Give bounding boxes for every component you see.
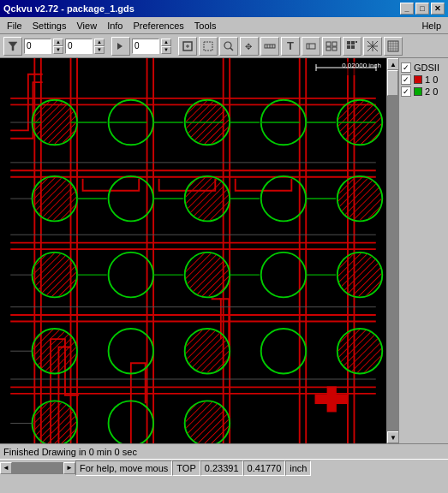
status-layer: TOP [172,460,200,476]
spin-2: ▲ ▼ [94,39,105,54]
svg-point-99 [262,253,306,297]
status-message-text: Finished Drawing in 0 min 0 sec [3,447,137,457]
layer-label-20: 2 0 [425,86,438,97]
status-bar-coords: ◄ ► For help, move mous TOP 0.23391 0.41… [0,459,448,476]
input-field-2[interactable] [65,39,93,54]
toolbar: ▲ ▼ ▲ ▼ ▲ ▼ [0,34,448,58]
menu-view[interactable]: View [71,17,102,33]
menu-file[interactable]: File [2,17,27,33]
svg-rect-17 [326,47,331,50]
zoom-region-button[interactable] [219,37,238,56]
svg-rect-112 [33,177,76,221]
tool7-button[interactable] [302,37,320,56]
input-field-1[interactable] [24,39,51,54]
spin-up-1[interactable]: ▲ [53,39,63,46]
spin-up-3[interactable]: ▲ [161,39,171,46]
scroll-track-horizontal[interactable] [12,462,63,474]
pcb-layout-svg [0,58,386,443]
svg-point-92 [110,177,153,221]
layer-panel: ✓ GDSII ✓ 1 0 ✓ 2 0 [398,58,448,443]
layer-color-20 [414,87,422,96]
spin-up-2[interactable]: ▲ [94,39,105,46]
svg-rect-19 [347,41,350,45]
tool11-button[interactable] [384,37,403,56]
svg-rect-117 [338,253,382,297]
input-field-3[interactable] [132,39,159,54]
layer-item-20: ✓ 2 0 [401,86,446,98]
close-button[interactable]: ✕ [431,3,445,15]
svg-rect-22 [351,45,355,49]
svg-point-104 [262,330,306,373]
layer-item-10: ✓ 1 0 [401,74,446,86]
tool9-button[interactable] [343,37,361,56]
scroll-up-button[interactable]: ▲ [387,58,399,70]
svg-rect-119 [186,330,230,373]
menu-tools[interactable]: Tools [189,17,222,33]
spin-down-2[interactable]: ▼ [94,46,105,54]
layer-checkbox-20[interactable]: ✓ [401,86,411,97]
title-text: Qckvu v2.72 - package_1.gds [3,3,134,14]
text-button[interactable]: T [281,37,300,56]
spin-down-1[interactable]: ▼ [53,46,63,54]
spin-down-3[interactable]: ▼ [161,46,171,54]
status-coord-x: 0.23391 [200,460,243,476]
status-unit: inch [285,460,311,476]
svg-rect-15 [326,42,331,46]
spin-1: ▲ ▼ [53,39,63,54]
input-group-2: ▲ ▼ [65,39,105,54]
svg-rect-120 [338,330,382,373]
pan-button[interactable]: ✥ [240,37,259,56]
scroll-thumb-vertical[interactable] [387,70,398,96]
layer-label-gdsii: GDSII [414,62,439,73]
minimize-button[interactable]: _ [400,3,414,15]
svg-rect-116 [186,253,230,297]
svg-rect-13 [307,44,315,49]
scroll-right-button[interactable]: ► [63,462,75,474]
maximize-button[interactable]: □ [415,3,429,15]
svg-marker-0 [9,42,17,50]
scroll-track-vertical[interactable] [387,70,398,431]
svg-rect-21 [347,45,350,49]
svg-rect-114 [338,177,382,221]
menu-info[interactable]: Info [102,17,128,33]
layer-item-gdsii: ✓ GDSII [401,62,446,74]
zoom-fit-button[interactable] [178,37,197,56]
svg-rect-115 [33,253,76,297]
menu-bar: File Settings View Info Preferences Tool… [0,17,448,34]
svg-rect-5 [204,42,212,50]
right-side: ▲ ▼ ✓ GDSII ✓ 1 0 ✓ 2 0 [386,58,448,443]
layer-checkbox-10[interactable]: ✓ [401,74,411,85]
svg-line-7 [230,48,233,50]
scroll-left-button[interactable]: ◄ [0,462,12,474]
input-group-3: ▲ ▼ [132,39,171,54]
tool8-button[interactable] [322,37,341,56]
svg-point-6 [224,42,231,49]
svg-rect-122 [186,401,230,443]
select-button[interactable] [199,37,218,56]
layer-color-10 [414,75,422,84]
svg-rect-18 [332,47,337,50]
status-bar-message: Finished Drawing in 0 min 0 sec [0,443,448,459]
tool10-button[interactable] [363,37,382,56]
svg-rect-20 [351,41,355,45]
measure-button[interactable] [260,37,279,56]
menu-preferences[interactable]: Preferences [128,17,189,33]
scrollbar-vertical: ▲ ▼ [386,58,398,443]
status-coord-y: 0.41770 [243,460,286,476]
scale-indicator: 0.02000 inch [314,62,383,75]
scroll-down-button[interactable]: ▼ [387,431,399,443]
title-bar: Qckvu v2.72 - package_1.gds _ □ ✕ [0,0,448,17]
layer-checkbox-gdsii[interactable]: ✓ [401,62,411,73]
svg-rect-23 [355,41,357,43]
menu-settings[interactable]: Settings [27,17,72,33]
svg-point-94 [262,177,306,221]
menu-help[interactable]: Help [416,17,446,33]
filter-button[interactable] [3,37,22,56]
svg-rect-118 [33,330,76,373]
status-hint: For help, move mous [75,460,172,476]
svg-rect-121 [33,401,76,443]
arrow-tool-button[interactable] [111,37,130,56]
pcb-canvas-area[interactable]: 0.02000 inch [0,58,386,443]
svg-rect-113 [186,177,230,221]
window-controls: _ □ ✕ [400,3,445,15]
